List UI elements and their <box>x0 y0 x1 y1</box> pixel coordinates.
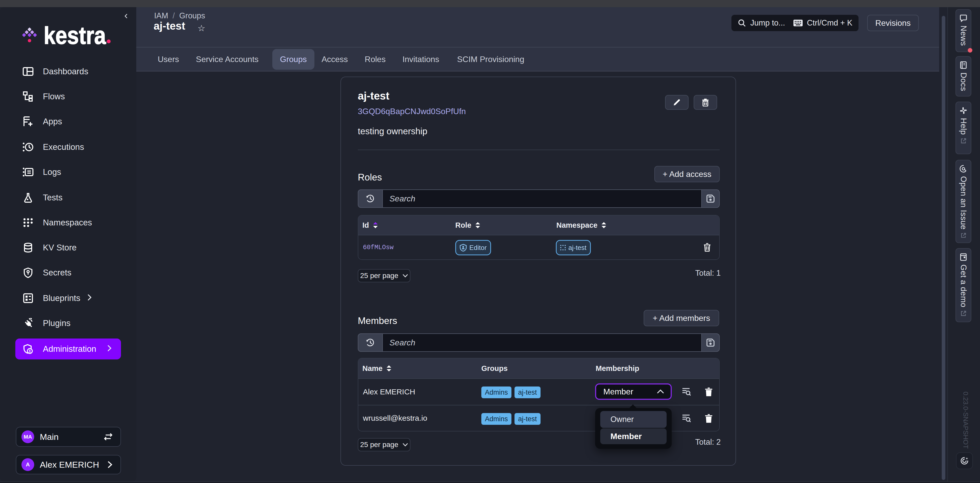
svg-text:kestra: kestra <box>44 26 106 47</box>
